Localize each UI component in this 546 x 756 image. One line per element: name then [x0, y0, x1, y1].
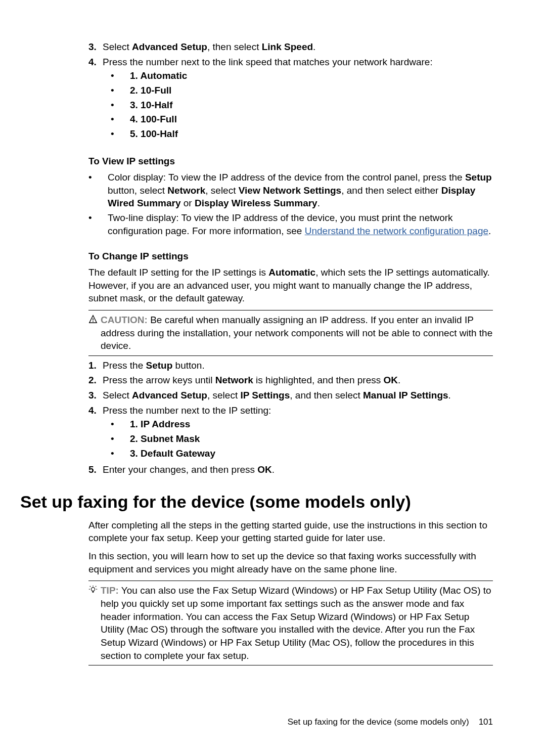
fax-content: After completing all the steps in the ge…: [88, 519, 493, 665]
list-item: • Color display: To view the IP address …: [80, 171, 493, 210]
page-number: 101: [479, 717, 493, 727]
step-number: 3.: [88, 389, 103, 402]
list-item: •2. Subnet Mask: [103, 432, 493, 446]
bullet-icon: •: [103, 113, 130, 126]
change-ip-steps: 1. Press the Setup button. 2. Press the …: [88, 359, 493, 476]
step-number: 4.: [88, 56, 103, 142]
list-item: 4. Press the number next to the IP setti…: [88, 404, 493, 462]
fax-paragraph-2: In this section, you will learn how to s…: [88, 550, 493, 575]
change-ip-heading: To Change IP settings: [88, 250, 493, 263]
tip-icon: [88, 584, 101, 662]
list-item: •1. IP Address: [103, 418, 493, 431]
link-speed-options: •1. Automatic •2. 10-Full •3. 10-Half •4…: [103, 69, 493, 140]
step-number: 2.: [88, 374, 103, 387]
svg-point-1: [93, 321, 94, 322]
change-ip-intro: The default IP setting for the IP settin…: [88, 266, 493, 305]
svg-point-2: [91, 588, 95, 591]
bullet-icon: •: [103, 432, 130, 446]
bullet-icon: •: [103, 99, 130, 112]
step-number: 3.: [88, 40, 103, 54]
list-item: •3. 10-Half: [103, 99, 493, 112]
bullet-icon: •: [80, 211, 108, 237]
footer-section-label: Set up faxing for the device (some model…: [288, 717, 469, 727]
list-item: 1. Press the Setup button.: [88, 359, 493, 372]
list-item: •1. Automatic: [103, 69, 493, 82]
bullet-icon: •: [80, 171, 108, 210]
tip-body: TIP: You can also use the Fax Setup Wiza…: [101, 584, 493, 662]
bullet-icon: •: [103, 418, 130, 431]
list-item: 3. Select Advanced Setup, select IP Sett…: [88, 389, 493, 402]
caution-body: CAUTION: Be careful when manually assign…: [101, 314, 493, 352]
bullet-icon: •: [103, 84, 130, 97]
caution-text: Be careful when manually assigning an IP…: [101, 315, 492, 351]
link-speed-steps: 3. Select Advanced Setup, then select Li…: [88, 40, 493, 142]
page-footer: Set up faxing for the device (some model…: [288, 717, 493, 728]
step-text: Select Advanced Setup, select IP Setting…: [103, 389, 493, 402]
svg-line-9: [96, 586, 96, 587]
caution-icon: [88, 314, 101, 352]
step-text: Press the number next to the IP setting:…: [103, 404, 493, 462]
step-text: Press the arrow keys until Network is hi…: [103, 374, 493, 387]
understand-network-link[interactable]: Understand the network configuration pag…: [305, 226, 488, 236]
list-item: •3. Default Gateway: [103, 447, 493, 460]
step-number: 5.: [88, 463, 103, 476]
list-item: 3. Select Advanced Setup, then select Li…: [88, 40, 493, 54]
view-ip-list: • Color display: To view the IP address …: [80, 171, 493, 237]
list-item: 2. Press the arrow keys until Network is…: [88, 374, 493, 387]
step-text: Press the Setup button.: [103, 359, 493, 372]
step-text: Select Advanced Setup, then select Link …: [103, 40, 493, 54]
tip-label: TIP:: [101, 585, 119, 596]
main-content: 3. Select Advanced Setup, then select Li…: [88, 40, 493, 476]
step-number: 1.: [88, 359, 103, 372]
caution-callout: CAUTION: Be careful when manually assign…: [88, 310, 493, 356]
bullet-icon: •: [103, 447, 130, 460]
bullet-icon: •: [103, 69, 130, 82]
ip-setting-options: •1. IP Address •2. Subnet Mask •3. Defau…: [103, 418, 493, 460]
caution-label: CAUTION:: [101, 315, 148, 325]
svg-line-8: [90, 586, 90, 587]
step-number: 4.: [88, 404, 103, 462]
list-item: 5. Enter your changes, and then press OK…: [88, 463, 493, 476]
list-text: Color display: To view the IP address of…: [108, 171, 493, 210]
list-item: •4. 100-Full: [103, 113, 493, 126]
step-text: Press the number next to the link speed …: [103, 56, 493, 142]
tip-callout: TIP: You can also use the Fax Setup Wiza…: [88, 581, 493, 665]
list-text: Two-line display: To view the IP address…: [108, 211, 493, 237]
list-item: • Two-line display: To view the IP addre…: [80, 211, 493, 237]
list-item: •5. 100-Half: [103, 127, 493, 141]
fax-section-heading: Set up faxing for the device (some model…: [20, 491, 493, 514]
list-item: 4. Press the number next to the link spe…: [88, 56, 493, 142]
bullet-icon: •: [103, 127, 130, 141]
document-page: 3. Select Advanced Setup, then select Li…: [0, 0, 546, 756]
tip-text: You can also use the Fax Setup Wizard (W…: [101, 585, 491, 660]
step-text: Enter your changes, and then press OK.: [103, 463, 493, 476]
list-item: •2. 10-Full: [103, 84, 493, 97]
view-ip-heading: To View IP settings: [88, 155, 493, 168]
fax-paragraph-1: After completing all the steps in the ge…: [88, 519, 493, 545]
